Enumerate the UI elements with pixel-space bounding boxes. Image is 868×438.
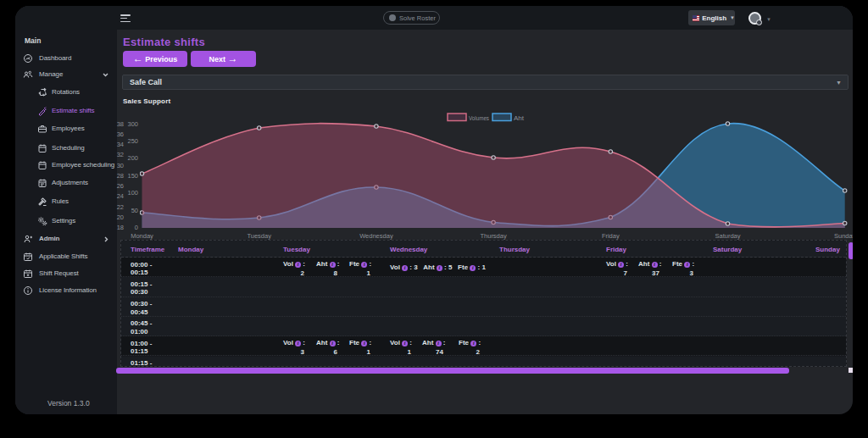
svg-text:24: 24 — [117, 192, 124, 200]
svg-text:200: 200 — [127, 154, 138, 162]
svg-text:38: 38 — [117, 120, 124, 128]
svg-text:100: 100 — [127, 189, 138, 197]
svg-text:30: 30 — [117, 162, 124, 169]
svg-text:32: 32 — [117, 151, 124, 158]
svg-text:300: 300 — [127, 120, 138, 128]
svg-text:Thursday: Thursday — [480, 232, 507, 240]
svg-text:0: 0 — [135, 224, 138, 231]
svg-text:Sunday: Sunday — [834, 232, 853, 240]
svg-text:Tuesday: Tuesday — [247, 232, 271, 240]
svg-text:Aht: Aht — [514, 114, 525, 122]
svg-text:250: 250 — [127, 137, 138, 145]
svg-text:34: 34 — [117, 141, 124, 148]
svg-text:Volumes: Volumes — [469, 114, 489, 122]
svg-text:Friday: Friday — [602, 232, 620, 240]
svg-text:Wednesday: Wednesday — [359, 232, 393, 240]
svg-text:28: 28 — [117, 172, 124, 180]
svg-text:Monday: Monday — [131, 232, 153, 240]
svg-text:18: 18 — [117, 224, 124, 231]
svg-text:150: 150 — [127, 172, 138, 180]
svg-text:50: 50 — [131, 207, 138, 214]
svg-text:22: 22 — [117, 203, 124, 211]
svg-text:36: 36 — [117, 130, 124, 138]
svg-text:26: 26 — [117, 182, 124, 190]
svg-text:20: 20 — [117, 213, 124, 221]
svg-text:Saturday: Saturday — [715, 232, 740, 240]
